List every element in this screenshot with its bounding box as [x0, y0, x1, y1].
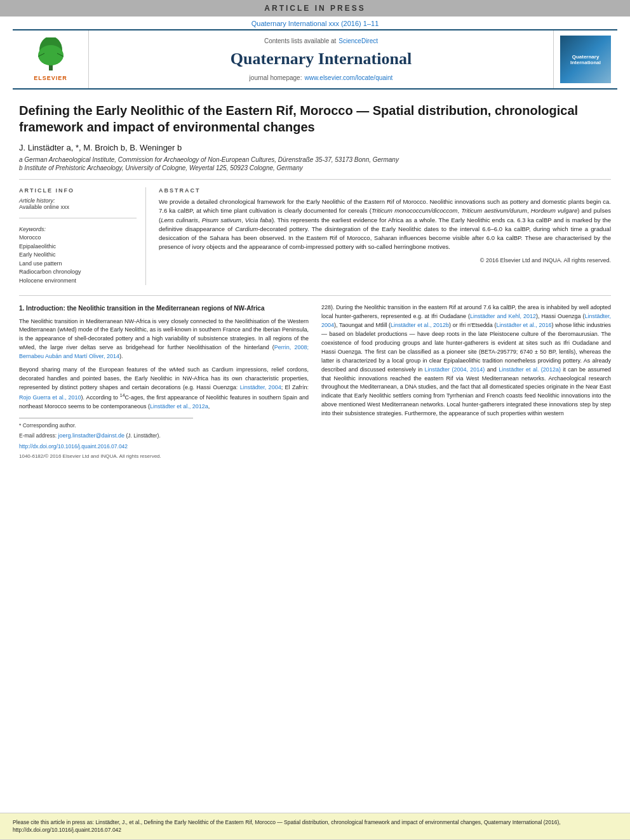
divider-1	[19, 179, 611, 180]
contents-text: Contents lists available at	[264, 37, 336, 44]
footnote-doi: http://dx.doi.org/10.1016/j.quaint.2016.…	[19, 443, 309, 451]
divider-2	[19, 218, 137, 218]
ref-linstadter2012a-2[interactable]: Linstädter et al. (2012a)	[499, 366, 561, 373]
ref-perrin[interactable]: Perrin, 2008; Bernabeu Aubán and Martí O…	[19, 344, 309, 359]
body-right-col: 228). During the Neolithic transition in…	[321, 303, 611, 461]
section1-heading: 1. Introduction: the Neolithic transitio…	[19, 303, 309, 314]
footnote-divider	[19, 418, 193, 418]
body-left-para2: Beyond sharing many of the European feat…	[19, 366, 309, 411]
doi-link[interactable]: http://dx.doi.org/10.1016/j.quaint.2016.…	[19, 443, 128, 450]
footnote-email: E-mail address: joerg.linstadter@dainst.…	[19, 432, 309, 441]
keyword-morocco: Morocco	[19, 234, 137, 243]
affiliation-a: a German Archaeological Institute, Commi…	[19, 156, 611, 163]
ref-linstadter2004b[interactable]: Linstädter, 2004	[321, 313, 611, 328]
ref-linstadter2012b[interactable]: Linstädter et al., 2012b	[391, 322, 449, 328]
ref-linstadter2016[interactable]: Linstädter et al., 2016	[496, 322, 551, 328]
journal-ref-text: Quaternary International xxx (2016) 1–11	[251, 20, 379, 27]
article-content: Defining the Early Neolithic of the East…	[0, 90, 630, 474]
aip-banner: ARTICLE IN PRESS	[0, 0, 630, 17]
journal-logo-box: Quaternary International	[560, 36, 611, 83]
abstract-heading: ABSTRACT	[159, 187, 611, 194]
homepage-line: journal homepage: www.elsevier.com/locat…	[95, 71, 547, 83]
keyword-land-use: Land use pattern	[19, 260, 137, 269]
history-value: Available online xxx	[19, 204, 137, 210]
history-label: Article history:	[19, 197, 137, 204]
article-info-heading: ARTICLE INFO	[19, 187, 137, 194]
copyright-line: © 2016 Elsevier Ltd and INQUA. All right…	[159, 257, 611, 263]
homepage-link[interactable]: www.elsevier.com/locate/quaint	[304, 74, 392, 81]
logo-right-text: Quaternary International	[563, 54, 608, 65]
journal-logo-right: Quaternary International	[554, 30, 617, 88]
authors-line: J. Linstädter a, *, M. Broich b, B. Weni…	[19, 143, 611, 152]
sciencedirect-link[interactable]: ScienceDirect	[338, 37, 378, 44]
abstract-text: We provide a detailed chronological fram…	[159, 197, 611, 252]
homepage-text: journal homepage:	[250, 74, 302, 81]
ref-rojo[interactable]: Rojo Guerra et al., 2010	[19, 394, 81, 401]
keyword-radiocarbon: Radiocarbon chronology	[19, 268, 137, 277]
body-right-para1: 228). During the Neolithic transition in…	[321, 303, 611, 418]
aip-banner-text: ARTICLE IN PRESS	[264, 4, 365, 13]
affiliation-b: b Institute of Prehistoric Archaeology, …	[19, 164, 611, 171]
elsevier-wordmark: ELSEVIER	[34, 75, 67, 81]
body-left-para1: The Neolithic transition in Mediterranea…	[19, 317, 309, 362]
email-link[interactable]: joerg.linstadter@dainst.de	[58, 432, 124, 439]
citation-bar: Please cite this article in press as: Li…	[0, 813, 630, 841]
issn-line: 1040-6182/© 2016 Elsevier Ltd and INQUA.…	[19, 453, 309, 460]
article-title: Defining the Early Neolithic of the East…	[19, 102, 611, 135]
body-two-col: 1. Introduction: the Neolithic transitio…	[19, 303, 611, 461]
body-left-col: 1. Introduction: the Neolithic transitio…	[19, 303, 309, 461]
svg-point-2	[38, 45, 64, 65]
ref-linstadter2004-2014[interactable]: Linstädter (2004, 2014)	[425, 366, 485, 373]
journal-ref-line: Quaternary International xxx (2016) 1–11	[0, 17, 630, 29]
footnote-corresponding: * Corresponding author.	[19, 422, 309, 430]
contents-line: Contents lists available at ScienceDirec…	[95, 34, 547, 46]
page: ARTICLE IN PRESS Quaternary Internationa…	[0, 0, 630, 840]
citation-text: Please cite this article in press as: Li…	[13, 819, 561, 834]
ref-linstadter2004[interactable]: Linstädter, 2004	[240, 384, 281, 390]
keyword-holocene: Holocene environment	[19, 277, 137, 286]
info-abstract-section: ARTICLE INFO Article history: Available …	[19, 187, 611, 285]
journal-name: Quaternary International	[95, 50, 547, 69]
journal-title-section: Contents lists available at ScienceDirec…	[89, 30, 554, 88]
keyword-early-neolithic: Early Neolithic	[19, 251, 137, 260]
article-info-col: ARTICLE INFO Article history: Available …	[19, 187, 146, 285]
divider-3	[19, 295, 611, 296]
keyword-epipalaeolithic: Epipalaeolithic	[19, 243, 137, 251]
elsevier-tree-icon	[32, 37, 70, 72]
keywords-heading: Keywords:	[19, 226, 137, 232]
elsevier-logo: ELSEVIER	[13, 30, 89, 88]
ref-linstadter-kehl[interactable]: Linstädter and Kehl, 2012	[470, 313, 536, 319]
journal-header: ELSEVIER Contents lists available at Sci…	[13, 29, 617, 90]
abstract-col: ABSTRACT We provide a detailed chronolog…	[159, 187, 611, 285]
ref-linstadter2012a[interactable]: Linstädter et al., 2012a	[150, 403, 208, 410]
